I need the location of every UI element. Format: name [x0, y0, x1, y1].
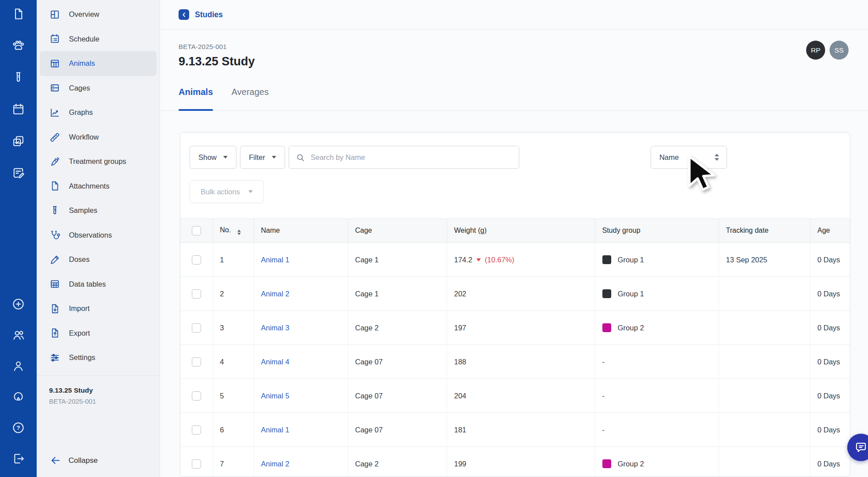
rail-users-button[interactable] [11, 328, 25, 342]
cell-age: 0 Days [810, 277, 850, 311]
tab-animals[interactable]: Animals [179, 87, 213, 110]
collapse-sidebar-button[interactable]: Collapse [37, 455, 160, 477]
rail-note-edit-button[interactable] [11, 166, 25, 180]
sidebar-item-doses[interactable]: Doses [40, 247, 156, 272]
table-row: 4Animal 4Cage 07188-0 Days [180, 345, 850, 379]
row-checkbox[interactable] [192, 459, 201, 469]
animal-link[interactable]: Animal 1 [261, 426, 289, 434]
cell-tracking-date [719, 413, 810, 447]
rail-help-button[interactable]: ? [11, 421, 25, 435]
sidebar-item-graphs[interactable]: Graphs [40, 100, 156, 125]
animal-link[interactable]: Animal 5 [261, 392, 289, 400]
sidebar-item-cages[interactable]: Cages [40, 76, 156, 101]
cell-weight: 202 [447, 277, 595, 311]
avatar-group: RPSS [806, 41, 849, 60]
animal-link[interactable]: Animal 2 [261, 290, 289, 298]
rail-calendar-button[interactable] [11, 102, 25, 116]
sidebar-item-label: Animals [69, 59, 95, 68]
rail-document-button[interactable] [11, 7, 25, 21]
animal-link[interactable]: Animal 2 [261, 460, 289, 468]
cell-name: Animal 1 [254, 243, 348, 277]
cell-weight: 181 [447, 413, 595, 447]
sidebar-item-label: Cages [69, 84, 90, 92]
rail-broadcast-button[interactable] [11, 390, 25, 404]
data-table-icon [49, 278, 61, 290]
sidebar-item-treatment-groups[interactable]: Treatment groups [40, 149, 156, 174]
overview-icon [49, 9, 61, 20]
search-input[interactable] [310, 153, 512, 162]
sidebar-item-data-tables[interactable]: Data tables [40, 272, 156, 297]
animal-link[interactable]: Animal 4 [261, 358, 289, 366]
sidebar-item-import[interactable]: Import [40, 296, 156, 321]
table-body: 1Animal 1Cage 1174.2(10.67%)Group 113 Se… [180, 243, 850, 477]
cell-age: 0 Days [810, 311, 850, 345]
schedule-icon [49, 33, 61, 45]
rail-top-group [11, 7, 25, 180]
row-checkbox[interactable] [192, 357, 201, 367]
bulk-actions-button[interactable]: Bulk actions [190, 180, 264, 203]
cell-no: 4 [213, 345, 254, 379]
sidebar-item-settings[interactable]: Settings [40, 345, 156, 370]
group-color-swatch [602, 255, 611, 264]
cell-tracking-date [719, 277, 810, 311]
sort-icon[interactable] [237, 230, 241, 235]
cell-tracking-date [719, 379, 810, 413]
bulk-actions-label: Bulk actions [201, 188, 240, 196]
column-header-no[interactable]: No. [213, 219, 254, 243]
topbar: Studies [160, 0, 868, 30]
cell-no: 2 [213, 277, 254, 311]
export-icon [49, 327, 61, 339]
cell-study-group: Group 1 [595, 243, 719, 277]
dropper-icon [49, 254, 61, 265]
cell-cage: Cage 07 [348, 413, 447, 447]
sidebar-item-samples[interactable]: Samples [40, 198, 156, 223]
row-checkbox[interactable] [192, 289, 201, 299]
table-row: 6Animal 1Cage 07181-0 Days [180, 413, 850, 447]
cell-cage: Cage 2 [348, 447, 447, 477]
show-label: Show [198, 153, 217, 162]
animal-link[interactable]: Animal 3 [261, 324, 289, 332]
rail-logout-button[interactable] [11, 452, 25, 466]
sidebar-item-attachments[interactable]: Attachments [40, 174, 156, 199]
animals-table-wrap: No.NameCageWeight (g)Study groupTracking… [180, 218, 850, 477]
table-row: 7Animal 2Cage 2199Group 20 Days [180, 447, 850, 477]
sidebar-item-overview[interactable]: Overview [40, 2, 156, 27]
cell-study-group: - [595, 379, 719, 413]
animal-link[interactable]: Animal 1 [261, 256, 289, 264]
sidebar-item-export[interactable]: Export [40, 321, 156, 346]
sidebar-nav-list: OverviewScheduleAnimalsCagesGraphsWorkfl… [37, 2, 160, 370]
sidebar-item-workflow[interactable]: Workflow [40, 125, 156, 150]
avatar-rp[interactable]: RP [806, 41, 825, 60]
cell-cage: Cage 07 [348, 379, 447, 413]
column-header-age: Age [810, 219, 850, 243]
tab-averages[interactable]: Averages [232, 87, 269, 110]
sidebar-item-animals[interactable]: Animals [40, 51, 156, 76]
table-row: 1Animal 1Cage 1174.2(10.67%)Group 113 Se… [180, 243, 850, 277]
select-all-checkbox[interactable] [192, 226, 201, 235]
cell-weight: 197 [447, 311, 595, 345]
row-checkbox[interactable] [192, 323, 201, 333]
breadcrumb-studies-link[interactable]: Studies [179, 9, 223, 20]
rail-plus-circle-button[interactable] [11, 297, 25, 311]
rail-tasks-button[interactable] [11, 134, 25, 148]
row-checkbox[interactable] [192, 255, 201, 265]
column-header-cage: Cage [348, 219, 447, 243]
row-checkbox[interactable] [192, 425, 201, 435]
row-checkbox[interactable] [192, 391, 201, 401]
document-icon [11, 15, 25, 22]
rail-paw-button[interactable] [11, 39, 25, 53]
rail-test-tube-button[interactable] [11, 71, 25, 84]
cell-study-group: Group 2 [595, 311, 719, 345]
sidebar-item-observations[interactable]: Observations [40, 223, 156, 248]
table-toolbar: Show Filter Name [180, 146, 850, 169]
sidebar-item-label: Attachments [69, 182, 110, 190]
show-dropdown-button[interactable]: Show [190, 146, 236, 169]
search-box [289, 146, 519, 169]
filter-dropdown-button[interactable]: Filter [240, 146, 285, 169]
avatar-ss[interactable]: SS [830, 41, 849, 60]
rail-user-button[interactable] [11, 359, 25, 373]
sidebar-item-schedule[interactable]: Schedule [40, 27, 156, 52]
sort-by-select[interactable]: Name [651, 146, 727, 169]
cell-study-group: - [595, 413, 719, 447]
cell-cage: Cage 07 [348, 345, 447, 379]
